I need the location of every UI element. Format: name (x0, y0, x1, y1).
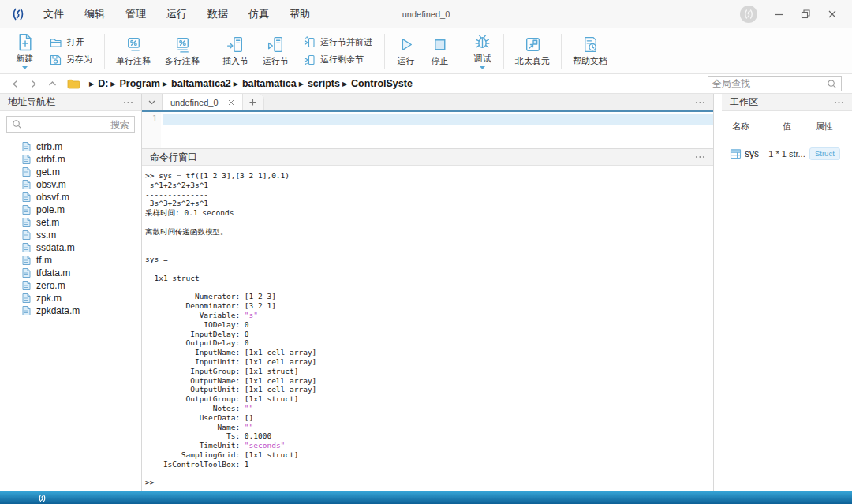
file-name: tf.m (36, 255, 52, 266)
file-list-item[interactable]: tfdata.m (0, 267, 141, 279)
file-list-item[interactable]: zpk.m (0, 292, 141, 304)
toolbar-run-button[interactable]: 运行 (389, 33, 423, 69)
maximize-button[interactable] (800, 9, 811, 20)
sidebar-search-input[interactable] (25, 119, 129, 130)
sidebar-panel-title: 地址导航栏 (8, 95, 55, 109)
search-icon (827, 79, 837, 89)
more-menu-icon[interactable] (123, 101, 133, 104)
workspace-column-属性[interactable]: 属性 (805, 121, 844, 136)
toolbar-single-comment-button[interactable]: 单行注释 (109, 33, 158, 69)
toolbar-baltam-button[interactable]: 北太真元 (508, 33, 557, 69)
nav-forward-button[interactable] (24, 80, 43, 88)
toolbar-new-button[interactable]: 新建 (8, 31, 42, 71)
file-list-item[interactable]: ssdata.m (0, 241, 141, 254)
breadcrumb-item-scripts[interactable]: scripts (308, 78, 340, 89)
nav-up-button[interactable] (43, 80, 62, 88)
toolbar-new-label: 新建 (17, 53, 34, 65)
toolbar-debug-button[interactable]: 调试 (465, 31, 499, 71)
console-line (145, 237, 710, 246)
more-menu-icon[interactable] (695, 94, 713, 110)
file-list-item[interactable]: get.m (0, 166, 141, 178)
file-name: obsvf.m (36, 192, 69, 203)
toolbar-run-remaining-button[interactable]: 运行剩余节 (304, 54, 372, 65)
breadcrumb-item-Program[interactable]: Program (120, 78, 160, 89)
global-search-input[interactable] (712, 78, 827, 89)
close-button[interactable] (827, 9, 838, 20)
menu-运行[interactable]: 运行 (156, 7, 197, 21)
menu-文件[interactable]: 文件 (33, 7, 74, 21)
file-list-item[interactable]: pole.m (0, 203, 141, 216)
file-name: zpkdata.m (36, 305, 80, 316)
new-file-icon (15, 32, 35, 52)
workspace-panel-header: 工作区 (722, 94, 852, 111)
nav-back-button[interactable] (6, 80, 24, 88)
toolbar-single-comment-label: 单行注释 (116, 55, 151, 67)
chevron-down-icon (480, 66, 485, 69)
file-list-item[interactable]: zpkdata.m (0, 304, 141, 317)
tab-undefined-0[interactable]: undefined_0 (163, 94, 243, 110)
panel-splitter[interactable] (714, 94, 722, 491)
string-literal: "seconds" (245, 441, 285, 450)
new-tab-button[interactable] (243, 94, 264, 110)
tab-list-chevron-icon[interactable] (142, 94, 163, 110)
workspace-column-值[interactable]: 值 (769, 121, 805, 136)
address-bar: ▶D:▶Program▶baltamatica2▶baltamatica▶scr… (0, 74, 852, 94)
app-logo-icon (11, 7, 25, 21)
code-editor[interactable]: 1 (142, 112, 713, 148)
toolbar-multi-comment-button[interactable]: 多行注释 (158, 33, 207, 69)
editor-body[interactable] (161, 112, 713, 148)
toolbar-open-button[interactable]: 打开 (50, 36, 92, 48)
more-menu-icon[interactable] (834, 101, 844, 104)
tab-close-icon[interactable] (228, 99, 234, 106)
toolbar-save-as-label: 另存为 (66, 54, 92, 65)
menu-帮助[interactable]: 帮助 (279, 7, 320, 21)
breadcrumb-item-ControlSyste[interactable]: ControlSyste (351, 78, 413, 89)
string-literal: "" (245, 404, 253, 413)
menu-编辑[interactable]: 编辑 (74, 7, 115, 21)
command-window-header: 命令行窗口 (142, 148, 713, 166)
breadcrumb-arrow-icon: ▶ (163, 80, 167, 88)
menu-管理[interactable]: 管理 (115, 7, 156, 21)
workspace-panel-title: 工作区 (730, 95, 758, 109)
console-output[interactable]: >> sys = tf([1 2 3],[3 2 1],0.1) s^1+2s^… (142, 166, 713, 491)
file-list-item[interactable]: obsv.m (0, 178, 141, 191)
console-text: sys = (145, 255, 172, 263)
titlebar: 文件编辑管理运行数据仿真帮助 undefined_0 (0, 0, 852, 28)
toolbar-save-as-button[interactable]: 另存为 (50, 54, 92, 65)
minimize-button[interactable] (773, 9, 784, 20)
toolbar-run-section-button[interactable]: 运行节 (256, 33, 296, 69)
more-menu-icon[interactable] (695, 155, 705, 159)
file-list-item[interactable]: tf.m (0, 254, 141, 267)
file-list-item[interactable]: ctrb.m (0, 140, 141, 153)
console-text: >> sys = tf([1 2 3],[3 2 1],0.1) (145, 171, 290, 180)
run-icon (396, 35, 416, 54)
file-name: set.m (36, 217, 59, 228)
file-list-item[interactable]: ss.m (0, 229, 141, 241)
console-text: 1x1 struct (145, 274, 200, 282)
workspace-column-名称[interactable]: 名称 (730, 121, 769, 136)
breadcrumb-item-baltamatica2[interactable]: baltamatica2 (171, 78, 231, 89)
breadcrumb-item-D[interactable]: D: (98, 78, 108, 89)
file-list-item[interactable]: obsvf.m (0, 191, 141, 203)
file-list-item[interactable]: zero.m (0, 279, 141, 292)
menu-仿真[interactable]: 仿真 (238, 7, 279, 21)
console-text: 3s^3+2s^2+s^1 (145, 199, 208, 207)
file-list-item[interactable]: set.m (0, 216, 141, 229)
workspace-row[interactable]: sys1 * 1 str...Struct (722, 141, 852, 166)
command-window-title: 命令行窗口 (150, 151, 197, 164)
toolbar-stop-button[interactable]: 停止 (423, 33, 457, 69)
toolbar-multi-comment-label: 多行注释 (165, 55, 200, 67)
toolbar-insert-section-button[interactable]: 插入节 (215, 33, 256, 69)
toolbar-help-doc-button[interactable]: 帮助文档 (566, 33, 615, 69)
console-line: Variable: "s" (145, 311, 710, 320)
toolbar-baltam-label: 北太真元 (515, 55, 550, 67)
breadcrumb-item-baltamatica[interactable]: baltamatica (242, 78, 297, 89)
console-line: 1x1 struct (145, 274, 710, 283)
workspace-panel: 工作区 名称值属性 sys1 * 1 str...Struct (722, 94, 852, 491)
file-list-item[interactable]: ctrbf.m (0, 153, 141, 166)
toolbar-run-section-forward-button[interactable]: 运行节并前进 (304, 36, 372, 48)
help-document-icon (581, 35, 600, 54)
file-name: ctrb.m (36, 141, 62, 152)
breadcrumb-arrow-icon: ▶ (110, 80, 115, 88)
menu-数据[interactable]: 数据 (197, 7, 238, 21)
